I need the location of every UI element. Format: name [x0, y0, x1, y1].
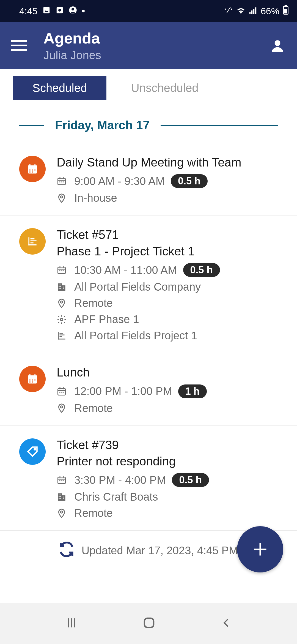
svg-rect-73 — [59, 392, 61, 392]
svg-rect-49 — [59, 288, 60, 289]
calendar-icon — [57, 176, 67, 186]
svg-rect-20 — [34, 170, 35, 171]
svg-rect-61 — [28, 375, 37, 378]
add-button[interactable] — [237, 526, 283, 572]
svg-rect-83 — [61, 481, 63, 481]
location-row: Remote — [57, 297, 286, 309]
svg-point-5 — [72, 8, 74, 10]
item-title: Ticket #739 — [57, 437, 286, 453]
svg-rect-57 — [60, 333, 63, 334]
location-row: Remote — [57, 507, 286, 519]
agenda-item[interactable]: Daily Stand Up Meeting with Team9:00 AM … — [0, 143, 297, 215]
svg-rect-82 — [59, 481, 61, 481]
svg-rect-40 — [59, 271, 61, 271]
svg-point-95 — [61, 511, 63, 513]
battery-text: 66% — [261, 6, 279, 17]
svg-rect-8 — [253, 9, 254, 14]
svg-rect-48 — [61, 286, 61, 287]
svg-rect-80 — [60, 476, 61, 478]
agenda-item[interactable]: Ticket #739Printer not responding3:30 PM… — [0, 426, 297, 531]
svg-rect-39 — [63, 266, 64, 268]
svg-rect-58 — [60, 334, 65, 335]
pin-icon — [57, 298, 67, 308]
photo-icon — [42, 6, 51, 17]
building-icon — [57, 282, 67, 292]
svg-rect-33 — [31, 238, 35, 239]
svg-rect-16 — [29, 164, 31, 167]
duration-pill: 1 h — [178, 384, 207, 398]
back-button[interactable] — [221, 617, 232, 630]
company-row: Chris Craft Boats — [57, 491, 286, 503]
item-project: All Portal Fields Project 1 — [74, 329, 197, 342]
home-button[interactable] — [142, 616, 156, 631]
svg-rect-81 — [63, 476, 64, 478]
person-icon — [69, 6, 77, 17]
svg-rect-35 — [31, 242, 34, 244]
svg-rect-17 — [34, 164, 35, 167]
building-icon — [57, 492, 67, 502]
svg-rect-12 — [284, 9, 287, 13]
svg-rect-42 — [63, 271, 64, 271]
sync-icon[interactable] — [59, 542, 74, 560]
svg-rect-75 — [63, 392, 64, 392]
time-row: 12:00 PM - 1:00 PM1 h — [57, 384, 286, 398]
svg-rect-89 — [59, 496, 60, 497]
svg-rect-32 — [28, 244, 36, 245]
item-location: In-house — [74, 192, 117, 204]
tab-unscheduled[interactable]: Unscheduled — [106, 76, 218, 100]
company-row: All Portal Fields Company — [57, 281, 286, 293]
item-body: Lunch12:00 PM - 1:00 PM1 hRemote — [57, 364, 286, 414]
time-row: 9:00 AM - 9:30 AM0.5 h — [57, 174, 286, 188]
svg-rect-0 — [43, 7, 50, 13]
svg-rect-18 — [29, 170, 31, 171]
svg-rect-51 — [63, 286, 64, 287]
svg-rect-25 — [60, 177, 61, 179]
svg-rect-28 — [61, 182, 63, 182]
project-row: All Portal Fields Project 1 — [57, 329, 286, 342]
svg-rect-45 — [59, 285, 60, 285]
status-time: 4:45 — [19, 6, 37, 17]
recent-apps-button[interactable] — [65, 617, 78, 630]
item-company: Chris Craft Boats — [74, 491, 158, 503]
svg-rect-52 — [63, 288, 64, 289]
agenda-item[interactable]: Lunch12:00 PM - 1:00 PM1 hRemote — [0, 353, 297, 425]
svg-rect-64 — [29, 380, 31, 381]
date-heading: Friday, March 17 — [44, 118, 161, 132]
tab-scheduled[interactable]: Scheduled — [13, 76, 106, 100]
svg-rect-22 — [32, 171, 33, 173]
svg-rect-55 — [58, 332, 59, 339]
svg-rect-7 — [251, 10, 252, 14]
project-icon — [19, 228, 46, 255]
tabs: Scheduled Unscheduled — [0, 69, 297, 100]
svg-rect-101 — [144, 618, 153, 627]
app-icon — [56, 6, 64, 17]
item-company: All Portal Fields Company — [74, 281, 201, 293]
svg-rect-31 — [28, 238, 29, 245]
svg-rect-46 — [61, 285, 61, 285]
svg-rect-9 — [255, 7, 256, 14]
svg-rect-50 — [61, 288, 61, 289]
tag-icon — [19, 438, 46, 465]
svg-point-54 — [61, 318, 63, 321]
item-subtitle: Printer not responding — [57, 453, 286, 469]
pin-icon — [57, 508, 67, 518]
location-row: In-house — [57, 192, 286, 204]
time-row: 10:30 AM - 11:00 AM0.5 h — [57, 263, 286, 277]
svg-rect-26 — [63, 177, 64, 179]
svg-rect-66 — [34, 380, 35, 381]
item-time: 10:30 AM - 11:00 AM — [74, 264, 177, 276]
svg-point-77 — [34, 448, 36, 450]
svg-rect-68 — [32, 381, 33, 383]
svg-rect-29 — [63, 182, 64, 182]
svg-rect-47 — [59, 286, 60, 287]
phase-row: APF Phase 1 — [57, 313, 286, 326]
calendar-icon — [19, 366, 46, 392]
svg-rect-34 — [31, 241, 37, 242]
vibrate-icon — [224, 6, 233, 17]
svg-rect-72 — [63, 387, 64, 389]
agenda-item[interactable]: Ticket #571Phase 1 - Project Ticket 110:… — [0, 215, 297, 353]
page-title: Agenda — [43, 29, 101, 47]
item-phase: APF Phase 1 — [74, 313, 139, 326]
menu-button[interactable] — [11, 40, 27, 51]
profile-button[interactable] — [271, 39, 284, 53]
